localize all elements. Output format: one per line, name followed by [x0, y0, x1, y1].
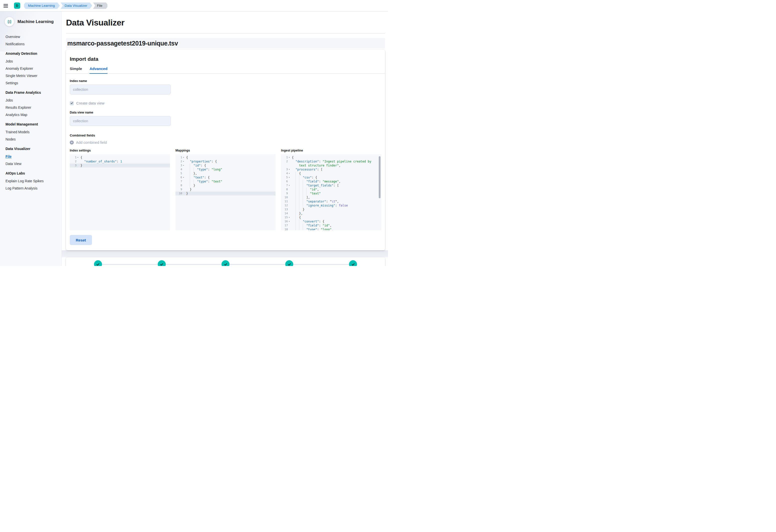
sidebar-item-model-management-nodes[interactable]: Nodes	[5, 137, 15, 141]
hamburger-glyph	[3, 4, 8, 7]
code-line: 6▾"text": {	[176, 176, 276, 179]
code-line: 9"text"	[281, 191, 381, 195]
index-settings-editor[interactable]: 1▾{2"number_of_shards": 13}	[70, 154, 170, 230]
ingest-pipeline-column: Ingest pipeline 1▾{2"description": "Inge…	[281, 149, 381, 230]
sidebar-item-aiops-labs-explain-log-rate-spikes[interactable]: Explain Log Rate Spikes	[5, 179, 44, 183]
sidebar-header: Machine Learning	[0, 11, 61, 26]
code-line: 2"description": "Ingest pipeline created…	[281, 160, 381, 164]
card-gap	[62, 250, 388, 257]
code-line: 16▾"convert": {	[281, 219, 381, 223]
breadcrumb-file: File	[93, 2, 108, 9]
chevron-down-icon[interactable]: ▾	[288, 172, 290, 176]
check-icon	[70, 102, 73, 105]
code-line: 2"number_of_shards": 1	[70, 160, 170, 164]
sidebar-item-data-frame-analytics-jobs[interactable]: Jobs	[5, 98, 13, 102]
step-index-created: Index created	[130, 260, 194, 266]
code-line: 4▾{	[281, 172, 381, 176]
mappings-editor[interactable]: 1▾{2▾"properties": {3▾"id": {4"type": "l…	[176, 154, 276, 230]
sidebar-item-data-visualizer-data-view[interactable]: Data View	[5, 162, 21, 166]
sidebar-item-model-management-trained-models[interactable]: Trained Models	[5, 130, 29, 134]
chevron-down-icon[interactable]: ▾	[182, 160, 185, 164]
breadcrumb-data-visualizer[interactable]: Data Visualizer	[60, 2, 92, 9]
app-root: D Machine LearningData VisualizerFile Ma…	[0, 0, 388, 266]
sidebar-item-anomaly-detection-jobs[interactable]: Jobs	[5, 59, 13, 63]
chevron-down-icon[interactable]: ▾	[182, 164, 185, 168]
code-line: 9}	[176, 187, 276, 191]
chevron-down-icon[interactable]: ▾	[182, 156, 185, 160]
mappings-column: Mappings 1▾{2▾"properties": {3▾"id": {4"…	[176, 149, 276, 230]
data-view-name-input[interactable]	[70, 116, 171, 126]
step-complete-icon	[349, 260, 357, 266]
code-line: 14},	[281, 211, 381, 215]
chevron-down-icon[interactable]: ▾	[288, 183, 290, 187]
top-header: D Machine LearningData VisualizerFile	[0, 0, 388, 11]
ingest-pipeline-label: Ingest pipeline	[281, 149, 381, 152]
mappings-label: Mappings	[176, 149, 276, 152]
code-line: 1▾{	[281, 156, 381, 160]
step-file-processed: File processed	[66, 260, 130, 266]
space-avatar[interactable]: D	[14, 2, 20, 9]
chevron-down-icon[interactable]: ▾	[288, 176, 290, 179]
sidebar-item-anomaly-detection-anomaly-explorer[interactable]: Anomaly Explorer	[5, 66, 33, 70]
menu-icon[interactable]	[0, 0, 11, 11]
chevron-down-icon[interactable]: ▾	[288, 168, 290, 172]
tab-simple[interactable]: Simple	[70, 66, 82, 73]
sidebar-section-model-management: Model Management	[5, 122, 59, 126]
import-data-title: Import data	[70, 56, 381, 62]
sidebar-item-data-frame-analytics-results-explorer[interactable]: Results Explorer	[5, 106, 31, 110]
code-line: 10],	[281, 195, 381, 199]
sidebar-item-overview[interactable]: Overview	[5, 35, 20, 39]
code-line: 10}	[176, 191, 276, 195]
import-tabs: SimpleAdvanced	[66, 66, 385, 74]
chevron-down-icon[interactable]: ▾	[288, 215, 290, 219]
sidebar-section-data-visualizer: Data Visualizer	[5, 147, 59, 151]
reset-button[interactable]: Reset	[70, 235, 92, 245]
code-line: 15▾{	[281, 215, 381, 219]
chevron-down-icon[interactable]: ▾	[288, 219, 290, 223]
import-progress-stepper: File processedIndex createdIngest pipeli…	[66, 260, 385, 266]
tab-advanced[interactable]: Advanced	[89, 66, 108, 74]
plus-circle-icon	[70, 141, 74, 145]
sidebar-nav: OverviewNotificationsAnomaly DetectionJo…	[0, 26, 61, 190]
add-combined-field-button[interactable]: Add combined field	[70, 141, 107, 145]
sidebar-item-anomaly-detection-single-metric-viewer[interactable]: Single Metric Viewer	[5, 74, 37, 78]
file-name-banner: msmarco-passagetest2019-unique.tsv	[66, 38, 385, 48]
code-line: 17"field": "id",	[281, 223, 381, 227]
sidebar-title: Machine Learning	[17, 19, 54, 24]
sidebar: Machine Learning OverviewNotificationsAn…	[0, 11, 62, 266]
code-line: 2▾"properties": {	[176, 160, 276, 164]
create-data-view-checkbox[interactable]	[70, 101, 74, 105]
combined-fields-label: Combined fields	[70, 134, 381, 137]
index-name-input[interactable]	[70, 84, 171, 95]
step-data-uploaded: Data uploaded	[257, 260, 321, 266]
sidebar-item-notifications[interactable]: Notifications	[5, 42, 24, 46]
sidebar-item-data-frame-analytics-analytics-map[interactable]: Analytics Map	[5, 113, 27, 117]
main-content: Data Visualizer msmarco-passagetest2019-…	[62, 11, 388, 266]
chevron-down-icon[interactable]: ▾	[76, 156, 79, 160]
sidebar-item-anomaly-detection-settings[interactable]: Settings	[5, 81, 18, 85]
sidebar-item-data-visualizer-file[interactable]: File	[5, 155, 11, 159]
page-shell: Machine Learning OverviewNotificationsAn…	[0, 11, 388, 266]
code-line: 1▾{	[176, 156, 276, 160]
code-line: 1▾{	[70, 156, 170, 160]
step-complete-icon	[221, 260, 229, 266]
code-line: text structure finder",	[281, 164, 381, 168]
import-progress-card: File processedIndex createdIngest pipeli…	[66, 257, 385, 266]
chevron-down-icon[interactable]: ▾	[288, 156, 290, 160]
editor-scrollbar[interactable]	[379, 156, 381, 198]
step-complete-icon	[285, 260, 293, 266]
sidebar-section-aiops-labs: AIOps Labs	[5, 171, 59, 175]
ingest-pipeline-editor[interactable]: 1▾{2"description": "Ingest pipeline crea…	[281, 154, 381, 230]
step-data-view-created: Data view created	[321, 260, 385, 266]
sidebar-item-aiops-labs-log-pattern-analysis[interactable]: Log Pattern Analysis	[5, 186, 37, 190]
sidebar-section-anomaly-detection: Anomaly Detection	[5, 51, 59, 55]
chevron-down-icon[interactable]: ▾	[182, 176, 185, 179]
index-name-label: Index name	[70, 79, 381, 83]
code-line: 12"ignore_missing": false	[281, 203, 381, 207]
breadcrumb-machine-learning[interactable]: Machine Learning	[24, 2, 60, 9]
code-line: 4"type": "long"	[176, 168, 276, 172]
code-line: 5▾"csv": {	[281, 176, 381, 179]
breadcrumb: Machine LearningData VisualizerFile	[24, 2, 108, 9]
code-line: 11"separator": "\t",	[281, 199, 381, 203]
index-settings-column: Index settings 1▾{2"number_of_shards": 1…	[70, 149, 170, 230]
